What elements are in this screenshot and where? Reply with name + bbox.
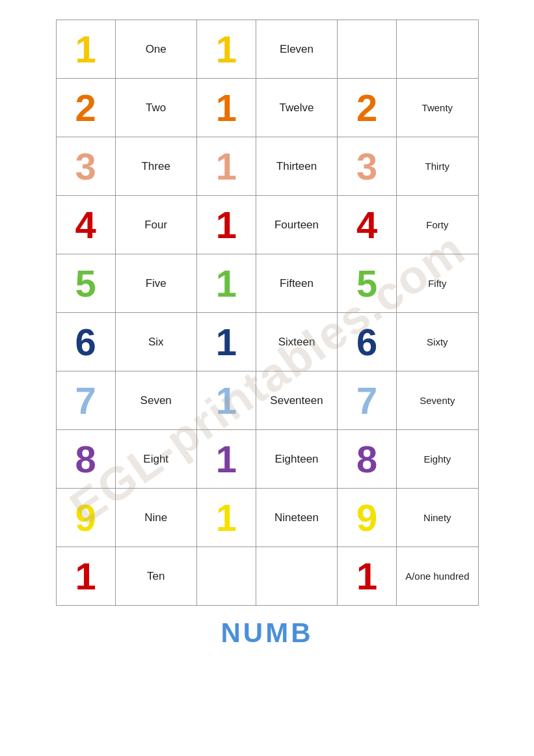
- numbers-table-wrapper: 1One1Eleven2Two1Twelve2Twenty3Three1Thir…: [56, 20, 479, 606]
- numbers-table: 1One1Eleven2Two1Twelve2Twenty3Three1Thir…: [56, 20, 479, 606]
- word-cell-mid-5: Fifteen: [256, 254, 337, 313]
- word-cell-mid-6: Sixteen: [256, 313, 337, 371]
- word-cell-left-2: Two: [115, 79, 196, 137]
- word-cell-right-4: Forty: [397, 196, 478, 254]
- num-cell-left-7: 7: [56, 371, 115, 430]
- word-cell-left-9: Nine: [115, 489, 196, 547]
- num-cell-left-10: 1: [56, 547, 115, 606]
- word-cell-mid-7: Seventeen: [256, 371, 337, 430]
- num-cell-right-5: 5: [338, 254, 397, 313]
- word-cell-left-3: Three: [115, 137, 196, 196]
- num-cell-left-2: 2: [56, 79, 115, 137]
- num-cell-left-6: 6: [56, 313, 115, 371]
- num-cell-mid-6: 1: [196, 313, 256, 371]
- num-cell-right-2: 2: [338, 79, 397, 137]
- num-cell-right-7: 7: [338, 371, 397, 430]
- word-cell-left-6: Six: [115, 313, 196, 371]
- word-cell-right-10: A/one hundred: [397, 547, 478, 606]
- word-cell-mid-3: Thirteen: [256, 137, 337, 196]
- num-cell-mid-7: 1: [196, 371, 256, 430]
- num-cell-left-9: 9: [56, 489, 115, 547]
- num-cell-left-3: 3: [56, 137, 115, 196]
- word-cell-left-4: Four: [115, 196, 196, 254]
- word-cell-right-2: Twenty: [397, 79, 478, 137]
- word-cell-right-9: Ninety: [397, 489, 478, 547]
- num-cell-right-4: 4: [338, 196, 397, 254]
- num-cell-mid-2: 1: [196, 79, 256, 137]
- num-cell-mid-3: 1: [196, 137, 256, 196]
- word-cell-right-6: Sixty: [397, 313, 478, 371]
- num-cell-right-10: 1: [338, 547, 397, 606]
- num-cell-mid-4: 1: [196, 196, 256, 254]
- num-cell-right-1: [338, 20, 397, 79]
- word-cell-mid-10: [256, 547, 337, 606]
- num-cell-right-3: 3: [338, 137, 397, 196]
- num-cell-left-8: 8: [56, 430, 115, 489]
- word-cell-left-7: Seven: [115, 371, 196, 430]
- word-cell-right-8: Eighty: [397, 430, 478, 489]
- word-cell-right-7: Seventy: [397, 371, 478, 430]
- num-cell-mid-8: 1: [196, 430, 256, 489]
- word-cell-left-8: Eight: [115, 430, 196, 489]
- title-row: NUMB: [221, 617, 314, 649]
- num-cell-mid-10: [196, 547, 256, 606]
- num-cell-left-4: 4: [56, 196, 115, 254]
- page-title: NUMB: [221, 617, 314, 648]
- word-cell-mid-1: Eleven: [256, 20, 337, 79]
- word-cell-left-5: Five: [115, 254, 196, 313]
- num-cell-mid-1: 1: [196, 20, 256, 79]
- word-cell-right-3: Thirty: [397, 137, 478, 196]
- num-cell-left-1: 1: [56, 20, 115, 79]
- word-cell-right-5: Fifty: [397, 254, 478, 313]
- word-cell-mid-8: Eighteen: [256, 430, 337, 489]
- num-cell-mid-9: 1: [196, 489, 256, 547]
- word-cell-right-1: [397, 20, 478, 79]
- word-cell-left-1: One: [115, 20, 196, 79]
- word-cell-mid-4: Fourteen: [256, 196, 337, 254]
- word-cell-left-10: Ten: [115, 547, 196, 606]
- num-cell-left-5: 5: [56, 254, 115, 313]
- num-cell-right-8: 8: [338, 430, 397, 489]
- word-cell-mid-2: Twelve: [256, 79, 337, 137]
- word-cell-mid-9: Nineteen: [256, 489, 337, 547]
- num-cell-right-9: 9: [338, 489, 397, 547]
- num-cell-right-6: 6: [338, 313, 397, 371]
- num-cell-mid-5: 1: [196, 254, 256, 313]
